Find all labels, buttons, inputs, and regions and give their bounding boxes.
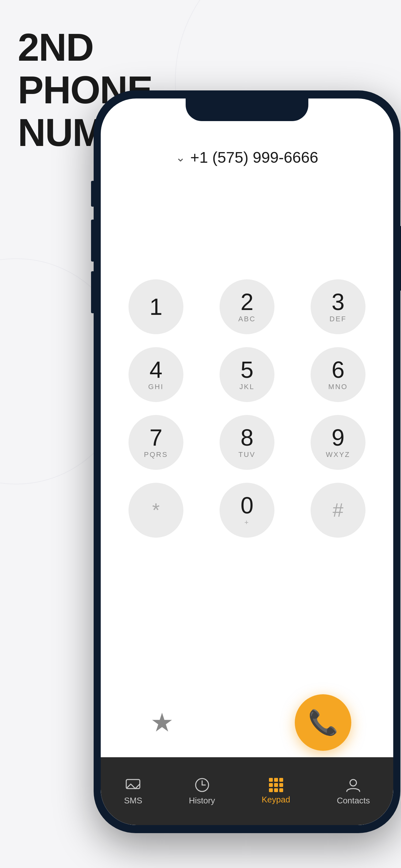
phone-icon: 📞 [308, 709, 338, 737]
key-2[interactable]: 2 ABC [220, 279, 274, 334]
key-2-main: 2 [241, 290, 253, 314]
keypad-grid: 1 2 ABC 3 DEF 4 GHI 5 JKL 6 MNO [117, 279, 377, 538]
key-hash[interactable]: # [311, 483, 366, 538]
key-6-sub: MNO [328, 383, 348, 391]
key-8-sub: TUV [239, 451, 256, 459]
chevron-down-icon: ⌄ [176, 151, 185, 164]
number-selector[interactable]: ⌄ +1 (575) 999-6666 [101, 149, 393, 166]
tab-keypad[interactable]: Keypad [255, 775, 297, 808]
volume-down-button [91, 220, 95, 261]
key-star[interactable]: * [128, 483, 183, 538]
phone-screen: ⌄ +1 (575) 999-6666 1 2 ABC 3 DEF 4 GHI [101, 98, 393, 825]
star-icon: ★ [150, 708, 174, 738]
call-button[interactable]: 📞 [295, 694, 351, 751]
key-9-main: 9 [332, 426, 344, 449]
key-1-main: 1 [150, 295, 162, 318]
key-3-main: 3 [332, 290, 344, 314]
key-9-sub: WXYZ [326, 451, 350, 459]
key-4-main: 4 [150, 358, 162, 381]
key-1[interactable]: 1 [128, 279, 183, 334]
contacts-icon [345, 777, 361, 793]
tab-history-label: History [189, 796, 215, 806]
tab-sms-label: SMS [124, 796, 142, 806]
tab-bar: SMS History [101, 757, 393, 825]
keypad-grid-icon [269, 778, 283, 792]
key-0[interactable]: 0 + [220, 483, 274, 538]
key-star-main: * [152, 500, 159, 520]
tab-sms[interactable]: SMS [118, 774, 149, 809]
action-row: ★ 📞 [117, 694, 377, 751]
phone-number-display: +1 (575) 999-6666 [190, 149, 318, 166]
key-6-main: 6 [332, 358, 344, 381]
tab-keypad-label: Keypad [261, 795, 290, 805]
key-5-main: 5 [241, 358, 253, 381]
sms-icon [125, 777, 141, 793]
key-5-sub: JKL [240, 383, 255, 391]
key-9[interactable]: 9 WXYZ [311, 415, 366, 470]
tab-contacts-label: Contacts [337, 796, 370, 806]
volume-up-button [91, 181, 95, 207]
key-8[interactable]: 8 TUV [220, 415, 274, 470]
dial-display [101, 179, 393, 218]
key-0-main: 0 [241, 494, 253, 517]
key-7-main: 7 [150, 426, 162, 449]
notch [186, 98, 308, 121]
key-6[interactable]: 6 MNO [311, 347, 366, 402]
key-3-sub: DEF [330, 315, 347, 323]
power-button [399, 226, 401, 290]
phone-mockup: ⌄ +1 (575) 999-6666 1 2 ABC 3 DEF 4 GHI [94, 90, 400, 833]
history-icon [194, 777, 210, 793]
silent-button [91, 271, 95, 313]
tab-contacts[interactable]: Contacts [330, 774, 376, 809]
key-4[interactable]: 4 GHI [128, 347, 183, 402]
favorites-button[interactable]: ★ [143, 703, 181, 742]
key-8-main: 8 [241, 426, 253, 449]
tab-history[interactable]: History [182, 774, 221, 809]
key-3[interactable]: 3 DEF [311, 279, 366, 334]
key-7-sub: PQRS [144, 451, 168, 459]
key-hash-main: # [333, 500, 343, 520]
svg-point-5 [350, 779, 357, 786]
key-5[interactable]: 5 JKL [220, 347, 274, 402]
key-0-sub: + [244, 518, 250, 527]
key-4-sub: GHI [148, 383, 164, 391]
key-2-sub: ABC [238, 315, 256, 323]
key-7[interactable]: 7 PQRS [128, 415, 183, 470]
